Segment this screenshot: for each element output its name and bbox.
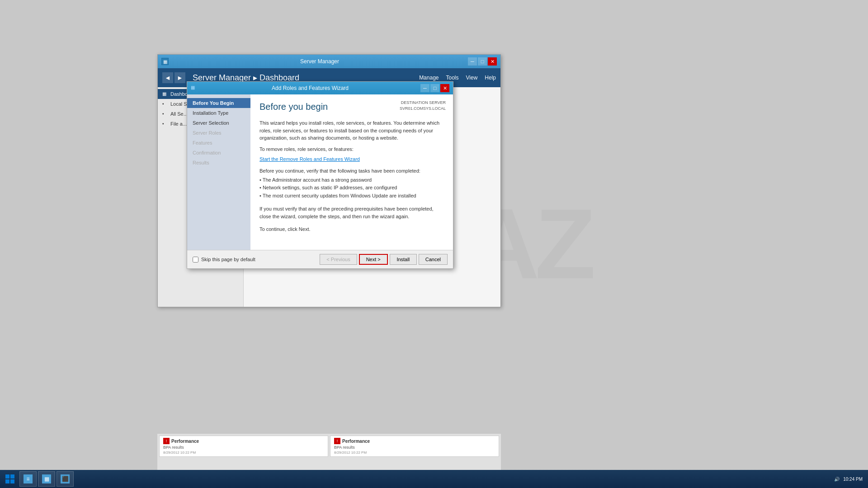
skip-checkbox-container: Skip this page by default [193,257,317,263]
preview-card-1-header: ! Performance [163,438,324,444]
skip-label[interactable]: Skip this page by default [201,257,255,262]
wizard-description: This wizard helps you install roles, rol… [259,119,444,142]
warning-icon-2: ! [334,438,340,444]
wizard-body: Before You Begin Installation Type Serve… [187,94,453,250]
preview-time-1: 8/29/2012 10:22 PM [163,450,324,455]
sidebar-label-file: File a... [170,121,187,127]
dest-server-label: DESTINATION SERVER [400,100,446,106]
forward-button[interactable]: ► [175,72,185,83]
verify-label: Before you continue, verify that the fol… [259,168,444,174]
file-icon: ▪ [162,121,168,127]
bottom-preview: ! Performance BPA results 8/29/2012 10:2… [157,434,501,470]
minimize-button[interactable]: ─ [468,57,477,66]
menu-tools[interactable]: Tools [446,75,459,81]
wizard-content: DESTINATION SERVER SVR01.Comsys.local Be… [250,94,453,250]
taskbar: ≡ ▦ ⬛ 🔊 10:24 PM [0,470,868,488]
nav-item-installation-type[interactable]: Installation Type [187,108,250,118]
windows-logo-icon [5,474,15,484]
menu-help[interactable]: Help [485,75,496,81]
preview-title-2: Performance [342,439,370,444]
preview-card-1: ! Performance BPA results 8/29/2012 10:2… [159,436,328,457]
dashboard-icon: ▦ [162,91,168,97]
preview-cards: ! Performance BPA results 8/29/2012 10:2… [157,434,501,459]
checklist-item-3: • The most current security updates from… [259,192,444,200]
taskbar-app-2[interactable]: ▦ [38,471,55,487]
app-icon-3: ⬛ [61,474,70,483]
svg-rect-3 [10,479,14,483]
local-icon: ▪ [162,101,168,107]
remove-roles-link[interactable]: Start the Remove Roles and Features Wiza… [259,156,360,162]
app-icon-1: ≡ [24,474,33,483]
taskbar-tray: 🔊 10:24 PM [834,477,866,482]
server-manager-titlebar: ▦ Server Manager ─ □ ✕ [158,55,500,68]
network-icon: 🔊 [834,477,840,482]
svg-rect-2 [5,479,9,483]
all-icon: ▪ [162,111,168,117]
start-button[interactable] [2,471,18,487]
sidebar-label-all: All Se... [170,111,188,117]
wizard-bottom-bar: Skip this page by default < Previous Nex… [187,250,453,268]
wizard-dialog: ▦ Add Roles and Features Wizard ─ □ ✕ Be… [187,81,453,269]
wizard-controls: ─ □ ✕ [420,84,449,92]
preview-card-2: ! Performance BPA results 8/29/2012 10:2… [330,436,499,457]
skip-checkbox[interactable] [193,257,198,263]
nav-item-features: Features [187,138,250,148]
maximize-button[interactable]: □ [478,57,487,66]
checklist-item-1: • The Administrator account has a strong… [259,176,444,184]
dest-server-name: SVR01.Comsys.local [400,106,446,112]
preview-time-2: 8/29/2012 10:22 PM [334,450,495,455]
nav-arrows: ◄ ► [162,72,185,83]
preview-sub-1: BPA results [163,445,324,450]
checklist-item-2: • Network settings, such as static IP ad… [259,184,444,192]
footer-note: If you must verify that any of the prece… [259,205,444,220]
taskbar-app-1[interactable]: ≡ [19,471,37,487]
nav-item-before-you-begin[interactable]: Before You Begin [187,98,250,108]
wizard-titlebar: ▦ Add Roles and Features Wizard ─ □ ✕ [187,82,453,94]
preview-sub-2: BPA results [334,445,495,450]
wizard-close[interactable]: ✕ [440,84,449,92]
svg-rect-0 [5,474,9,479]
nav-item-server-roles: Server Roles [187,128,250,138]
app-icon-2: ▦ [42,474,51,483]
taskbar-app-3[interactable]: ⬛ [57,471,74,487]
continue-text: To continue, click Next. [259,226,444,232]
cancel-button[interactable]: Cancel [419,254,448,265]
svg-rect-1 [10,474,14,479]
checklist: • The Administrator account has a strong… [259,176,444,200]
nav-item-confirmation: Confirmation [187,148,250,158]
destination-server: DESTINATION SERVER SVR01.Comsys.local [400,100,446,111]
menu-view[interactable]: View [466,75,478,81]
menu-manage[interactable]: Manage [419,75,439,81]
close-button[interactable]: ✕ [488,57,497,66]
preview-title-1: Performance [171,439,199,444]
menu-bar: Manage Tools View Help [419,75,496,81]
preview-card-2-header: ! Performance [334,438,495,444]
wizard-nav: Before You Begin Installation Type Serve… [187,94,250,250]
wizard-minimize[interactable]: ─ [420,84,429,92]
wizard-title: Add Roles and Features Wizard [200,85,420,91]
previous-button[interactable]: < Previous [320,254,357,265]
wizard-icon: ▦ [191,85,197,91]
nav-item-server-selection[interactable]: Server Selection [187,118,250,128]
remove-roles-label: To remove roles, role services, or featu… [259,146,444,152]
install-button[interactable]: Install [390,254,417,265]
wizard-maximize[interactable]: □ [430,84,439,92]
wizard-buttons: < Previous Next > Install Cancel [320,254,448,265]
clock: 10:24 PM [843,477,863,482]
nav-item-results: Results [187,158,250,168]
next-button[interactable]: Next > [359,254,388,265]
server-manager-title: Server Manager [171,58,468,65]
warning-icon-1: ! [163,438,170,444]
server-manager-icon: ▦ [161,58,169,65]
back-button[interactable]: ◄ [162,72,173,83]
titlebar-controls: ─ □ ✕ [468,57,497,66]
